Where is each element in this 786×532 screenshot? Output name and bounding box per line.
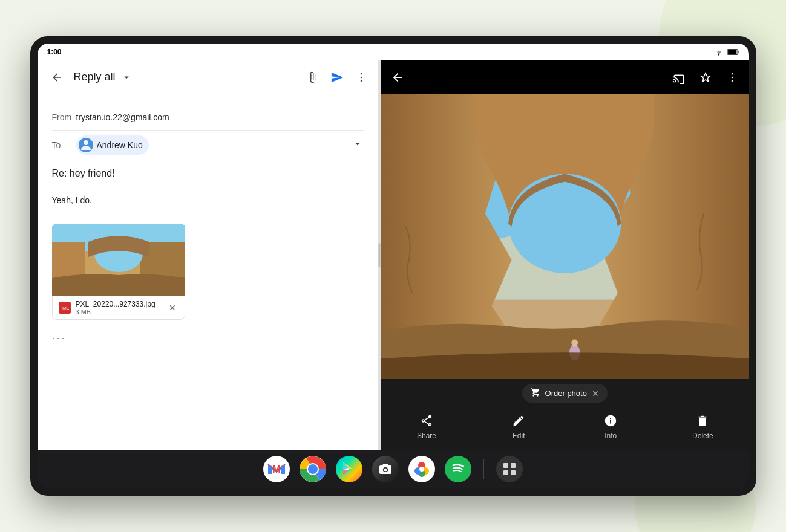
arch-landscape-svg [381,94,749,379]
svg-rect-39 [503,470,508,475]
photo-bottom-bar: Order photo ✕ Share [381,379,749,450]
svg-point-16 [731,73,733,75]
expand-button[interactable] [352,138,364,153]
share-label: Share [417,432,436,440]
svg-rect-40 [511,470,516,475]
photo-back-button[interactable] [390,70,405,85]
to-row: To Andrew Kuo [52,131,364,160]
subject-text: Re: hey friend! [52,168,115,179]
taskbar: M [38,450,749,488]
tablet-screen: 1:00 [38,44,749,488]
star-button[interactable] [698,70,713,85]
tablet-frame: 1:00 [30,36,756,496]
cast-button[interactable] [672,70,686,85]
recipient-chip[interactable]: Andrew Kuo [76,135,149,155]
from-label: From [52,112,76,122]
send-button[interactable] [330,70,344,85]
recipient-avatar [79,138,93,152]
edit-icon [510,412,527,429]
svg-point-6 [361,80,362,82]
from-row: From trystan.io.22@gmail.com [52,104,364,131]
attachment-file-icon: IMG [59,302,71,314]
svg-rect-38 [511,463,516,468]
svg-point-36 [419,467,424,472]
share-icon [418,412,435,429]
svg-point-29 [308,464,318,474]
svg-point-31 [384,469,387,472]
attachment-close-button[interactable]: ✕ [166,302,178,314]
taskbar-playstore[interactable] [336,456,362,482]
svg-text:IMG: IMG [62,306,69,310]
edit-action[interactable]: Edit [500,412,537,440]
compose-title: Reply all [74,71,116,83]
attachment-filename: PXL_20220...927333.jpg [76,300,162,308]
photo-more-button[interactable] [725,70,739,85]
ellipsis: ... [52,320,364,352]
compose-body[interactable]: Yeah, I do. [52,187,364,214]
compose-toolbar: Reply all [38,60,378,94]
edit-label: Edit [513,432,525,440]
gmail-compose-panel: Reply all [38,60,379,450]
svg-point-17 [731,77,733,79]
taskbar-divider [483,459,484,479]
title-dropdown[interactable] [120,71,133,83]
attachment-preview [52,224,185,296]
battery-icon [727,48,739,56]
toolbar-actions [306,70,368,85]
delete-icon [694,412,711,429]
taskbar-chrome[interactable] [300,456,326,482]
taskbar-gmail[interactable]: M [263,456,290,482]
subject-row: Re: hey friend! [52,160,364,187]
taskbar-allapps[interactable] [496,456,523,482]
svg-point-18 [731,80,733,82]
order-photo-label: Order photo [545,389,587,398]
share-action[interactable]: Share [408,412,445,440]
info-action[interactable]: Info [592,412,629,440]
arch-photo-large [381,94,749,379]
taskbar-spotify[interactable] [445,456,471,482]
attachment-container: IMG PXL_20220...927333.jpg 3 MB ✕ [52,224,185,320]
recipient-name: Andrew Kuo [97,140,143,150]
svg-point-7 [84,140,88,145]
attach-button[interactable] [306,70,320,85]
svg-point-0 [718,54,719,56]
main-content: Reply all [38,60,749,450]
svg-point-4 [361,73,362,74]
shopping-cart-icon [531,388,540,399]
to-label: To [52,140,76,150]
photo-toolbar [381,60,749,94]
info-icon [602,412,619,429]
svg-rect-2 [738,51,739,53]
photo-actions: Share Edit [381,407,749,450]
more-button[interactable] [354,70,368,85]
info-label: Info [604,432,617,440]
svg-rect-3 [728,50,736,54]
delete-action[interactable]: Delete [684,412,721,440]
attachment-photo-svg [52,224,185,296]
back-button[interactable] [47,68,67,87]
svg-point-24 [571,339,578,346]
attachment-size: 3 MB [76,308,162,316]
photos-panel: Order photo ✕ Share [381,60,749,450]
order-photo-close[interactable]: ✕ [592,389,599,398]
compose-form: From trystan.io.22@gmail.com To [38,94,378,450]
order-photo-pill[interactable]: Order photo ✕ [522,384,608,403]
status-time: 1:00 [47,48,62,56]
wifi-icon [714,48,724,56]
taskbar-camera[interactable] [372,456,399,482]
delete-label: Delete [692,432,713,440]
from-value: trystan.io.22@gmail.com [76,112,364,122]
svg-point-5 [361,76,362,78]
svg-rect-37 [503,463,508,468]
status-bar: 1:00 [38,44,749,60]
svg-point-22 [508,174,621,273]
taskbar-photos[interactable] [408,456,435,482]
photo-toolbar-actions [672,70,739,85]
photo-main [381,94,749,379]
attachment-info: IMG PXL_20220...927333.jpg 3 MB ✕ [52,296,185,320]
status-bar-icons [714,48,739,56]
svg-text:M: M [272,464,280,475]
